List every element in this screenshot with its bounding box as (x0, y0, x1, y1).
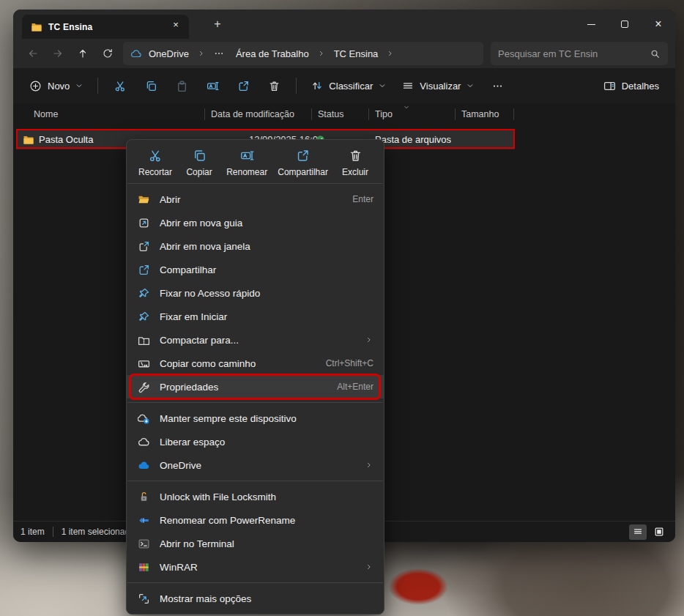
menu-item-file-locksmith[interactable]: Unlock with File Locksmith (127, 485, 384, 508)
up-button[interactable] (70, 42, 95, 65)
onedrive-icon (137, 459, 150, 472)
menu-item-compactar-para[interactable]: Compactar para... (127, 328, 384, 352)
quick-action-label: Renomear (226, 167, 267, 177)
breadcrumb-current[interactable]: TC Ensina (329, 46, 384, 62)
column-header-modified[interactable]: Data de modificação (205, 104, 312, 125)
sort-indicator-icon (403, 104, 410, 111)
refresh-button[interactable] (95, 42, 120, 65)
column-label: Nome (34, 109, 58, 119)
column-label: Tipo (375, 109, 393, 119)
quick-action-delete[interactable]: Excluir (338, 149, 372, 177)
new-button[interactable]: Novo (22, 73, 90, 98)
rename-button[interactable] (198, 73, 227, 98)
menu-item-abrir-terminal[interactable]: Abrir no Terminal (127, 532, 384, 555)
winrar-icon (137, 561, 150, 574)
cloud-icon (137, 436, 150, 448)
menu-item-abrir[interactable]: Abrir Enter (127, 188, 384, 211)
breadcrumb-desktop[interactable]: Área de Trabalho (231, 46, 314, 62)
search-input[interactable] (498, 48, 644, 59)
details-view-button[interactable] (629, 524, 647, 540)
back-button[interactable] (21, 42, 45, 65)
search-icon[interactable] (650, 48, 661, 59)
menu-item-shortcut: Ctrl+Shift+C (326, 358, 373, 368)
breadcrumb-onedrive[interactable]: OneDrive (144, 46, 194, 62)
menu-item-label: Abrir no Terminal (160, 538, 234, 549)
chevron-right-icon[interactable] (196, 49, 207, 58)
paste-button[interactable] (167, 73, 196, 98)
menu-item-manter-dispositivo[interactable]: Manter sempre este dispositivo (127, 407, 384, 430)
submenu-chevron-icon (365, 461, 373, 470)
details-button[interactable]: Detalhes (596, 73, 666, 98)
menu-item-label: WinRAR (160, 562, 198, 573)
expand-options-icon (137, 593, 150, 605)
share-icon (237, 80, 250, 92)
sort-button[interactable]: Classificar (304, 73, 393, 98)
delete-button[interactable] (259, 73, 289, 98)
copy-button[interactable] (136, 73, 166, 98)
file-type: Pasta de arquivos (375, 130, 451, 149)
more-options-button[interactable] (483, 73, 512, 98)
minimize-button[interactable] (574, 10, 608, 39)
quick-action-cut[interactable]: Recortar (138, 149, 172, 177)
menu-item-abrir-nova-guia[interactable]: Abrir em nova guia (127, 211, 384, 234)
copy-icon (193, 149, 207, 163)
address-bar[interactable]: OneDrive Área de Trabalho TC Ensina (123, 42, 483, 65)
zip-folder-icon (137, 334, 150, 346)
chevron-down-icon (466, 82, 474, 89)
quick-action-rename[interactable]: Renomear (226, 149, 267, 177)
cut-button[interactable] (105, 73, 135, 98)
minimize-icon (587, 24, 595, 25)
menu-item-compartilhar[interactable]: Compartilhar (127, 258, 384, 281)
menu-item-onedrive[interactable]: OneDrive (127, 453, 384, 477)
cut-icon (114, 80, 127, 92)
tab-title: TC Ensina (48, 22, 92, 32)
breadcrumb-ellipsis-icon[interactable] (209, 46, 229, 61)
maximize-button[interactable] (608, 10, 642, 39)
chevron-right-icon[interactable] (384, 49, 396, 58)
desktop: { "window": { "tab_title": "TC Ensina", … (0, 0, 684, 616)
menu-item-fixar-acesso-rapido[interactable]: Fixar no Acesso rápido (127, 281, 384, 305)
thumbnail-view-button[interactable] (650, 524, 668, 540)
pin-icon (137, 287, 150, 300)
title-bar: TC Ensina × + × (13, 10, 675, 39)
details-button-label: Detalhes (622, 81, 659, 92)
menu-item-abrir-nova-janela[interactable]: Abrir em nova janela (127, 234, 384, 258)
menu-item-propriedades[interactable]: Propriedades Alt+Enter (127, 375, 384, 398)
menu-item-label: Compactar para... (160, 335, 239, 346)
chevron-right-icon[interactable] (316, 49, 327, 58)
view-icon (402, 80, 414, 92)
menu-item-winrar[interactable]: WinRAR (127, 555, 384, 579)
menu-item-label: Fixar no Acesso rápido (160, 288, 260, 299)
close-button[interactable]: × (642, 10, 675, 39)
menu-separator (127, 480, 383, 481)
quick-action-share[interactable]: Compartilhar (278, 149, 328, 177)
menu-item-label: Propriedades (160, 382, 218, 393)
column-header-size[interactable]: Tamanho (456, 104, 514, 125)
search-box[interactable] (491, 42, 668, 65)
tab-close-icon[interactable]: × (168, 20, 183, 34)
menu-item-powerrename[interactable]: Renomear com PowerRename (127, 508, 384, 532)
menu-item-copiar-como-caminho[interactable]: Copiar como caminho Ctrl+Shift+C (127, 352, 384, 375)
up-icon (77, 48, 89, 59)
menu-item-label: Fixar em Iniciar (160, 311, 227, 322)
new-tab-button[interactable]: + (208, 15, 227, 33)
menu-item-fixar-iniciar[interactable]: Fixar em Iniciar (127, 305, 384, 328)
open-in-new-tab-icon (137, 217, 150, 229)
column-header-type[interactable]: Tipo (369, 104, 456, 125)
explorer-tab[interactable]: TC Ensina × (22, 15, 189, 39)
quick-action-copy[interactable]: Copiar (182, 149, 216, 177)
forward-button[interactable] (45, 42, 70, 65)
menu-item-liberar-espaco[interactable]: Liberar espaço (127, 430, 384, 453)
quick-action-label: Compartilhar (278, 167, 328, 177)
column-header-name[interactable]: Nome (21, 104, 205, 125)
refresh-icon (102, 48, 114, 59)
menu-separator (127, 402, 383, 403)
plus-circle-icon (29, 80, 42, 92)
menu-item-mostrar-mais-opcoes[interactable]: Mostrar mais opções (127, 587, 384, 610)
column-header-status[interactable]: Status (312, 104, 369, 125)
menu-item-label: Renomear com PowerRename (160, 515, 295, 526)
view-button[interactable]: Visualizar (395, 73, 481, 98)
forward-icon (52, 48, 64, 59)
selection-count: 1 item selecionad (62, 527, 130, 537)
share-button[interactable] (228, 73, 258, 98)
